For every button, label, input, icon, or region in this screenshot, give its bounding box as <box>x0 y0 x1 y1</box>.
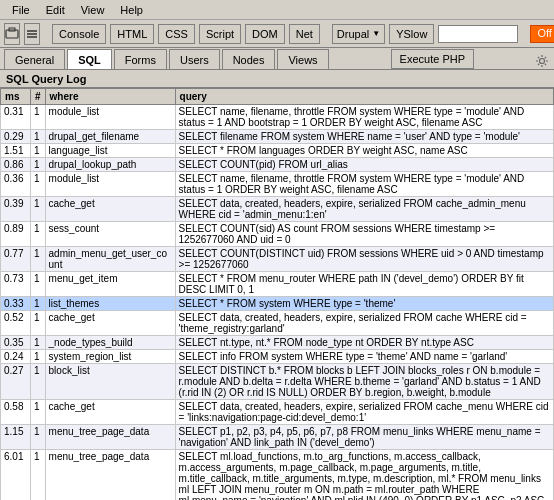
tab-net[interactable]: Net <box>289 24 320 44</box>
cell-ms: 0.73 <box>1 272 31 297</box>
cell-hash: 1 <box>31 105 46 130</box>
menu-help[interactable]: Help <box>112 2 151 18</box>
cell-ms: 0.35 <box>1 336 31 350</box>
cell-where: menu_tree_page_data <box>45 425 175 450</box>
col-ms: ms <box>1 89 31 105</box>
cell-query: SELECT * FROM system WHERE type = 'theme… <box>175 297 553 311</box>
cell-ms: 6.01 <box>1 450 31 501</box>
off-button[interactable]: Off <box>530 25 554 43</box>
cell-ms: 0.33 <box>1 297 31 311</box>
cell-where: module_list <box>45 172 175 197</box>
cell-hash: 1 <box>31 336 46 350</box>
cell-where: menu_tree_page_data <box>45 450 175 501</box>
tab-css[interactable]: CSS <box>158 24 195 44</box>
toolbar-btn-1[interactable] <box>4 23 20 45</box>
cell-query: SELECT info FROM system WHERE type = 'th… <box>175 350 553 364</box>
cell-ms: 1.15 <box>1 425 31 450</box>
cell-ms: 0.89 <box>1 222 31 247</box>
col-hash: # <box>31 89 46 105</box>
cell-hash: 1 <box>31 400 46 425</box>
section-header: SQL Query Log <box>0 70 554 88</box>
tab-script[interactable]: Script <box>199 24 241 44</box>
tab-nodes[interactable]: Nodes <box>222 49 276 69</box>
search-input[interactable] <box>438 25 518 43</box>
menu-edit[interactable]: Edit <box>38 2 73 18</box>
cell-query: SELECT data, created, headers, expire, s… <box>175 197 553 222</box>
query-table: ms # where query 0.311module_listSELECT … <box>0 88 554 500</box>
cell-where: menu_get_item <box>45 272 175 297</box>
table-row[interactable]: 0.731menu_get_itemSELECT * FROM menu_rou… <box>1 272 554 297</box>
cell-ms: 0.24 <box>1 350 31 364</box>
tab-users[interactable]: Users <box>169 49 220 69</box>
cell-ms: 0.86 <box>1 158 31 172</box>
drupal-dropdown[interactable]: Drupal ▼ <box>332 24 385 44</box>
cell-ms: 0.52 <box>1 311 31 336</box>
settings-icon[interactable] <box>534 53 550 69</box>
cell-where: list_themes <box>45 297 175 311</box>
table-scroll[interactable]: ms # where query 0.311module_listSELECT … <box>0 88 554 500</box>
cell-where: drupal_lookup_path <box>45 158 175 172</box>
cell-ms: 0.29 <box>1 130 31 144</box>
table-row[interactable]: 1.151menu_tree_page_dataSELECT p1, p2, p… <box>1 425 554 450</box>
cell-hash: 1 <box>31 172 46 197</box>
table-row[interactable]: 0.331list_themesSELECT * FROM system WHE… <box>1 297 554 311</box>
cell-ms: 1.51 <box>1 144 31 158</box>
col-where: where <box>45 89 175 105</box>
cell-ms: 0.36 <box>1 172 31 197</box>
cell-query: SELECT * FROM menu_router WHERE path IN … <box>175 272 553 297</box>
cell-where: block_list <box>45 364 175 400</box>
cell-query: SELECT name, filename, throttle FROM sys… <box>175 105 553 130</box>
menu-view[interactable]: View <box>73 2 113 18</box>
toolbar: Console HTML CSS Script DOM Net Drupal ▼… <box>0 20 554 48</box>
tab-views[interactable]: Views <box>277 49 328 69</box>
cell-hash: 1 <box>31 450 46 501</box>
cell-where: cache_get <box>45 311 175 336</box>
tab-general[interactable]: General <box>4 49 65 69</box>
content-area: SQL Query Log ms # where query 0.311modu… <box>0 70 554 500</box>
toolbar-btn-2[interactable] <box>24 23 40 45</box>
tab-html[interactable]: HTML <box>110 24 154 44</box>
table-row[interactable]: 0.861drupal_lookup_pathSELECT COUNT(pid)… <box>1 158 554 172</box>
table-row[interactable]: 0.271block_listSELECT DISTINCT b.* FROM … <box>1 364 554 400</box>
execute-php-button[interactable]: Execute PHP <box>391 49 474 69</box>
svg-point-5 <box>539 59 544 64</box>
drupal-label: Drupal <box>337 28 369 40</box>
tab-sql[interactable]: SQL <box>67 49 112 69</box>
cell-where: module_list <box>45 105 175 130</box>
cell-query: SELECT p1, p2, p3, p4, p5, p6, p7, p8 FR… <box>175 425 553 450</box>
cell-where: language_list <box>45 144 175 158</box>
cell-hash: 1 <box>31 272 46 297</box>
cell-where: system_region_list <box>45 350 175 364</box>
table-row[interactable]: 0.291drupal_get_filenameSELECT filename … <box>1 130 554 144</box>
tab-forms[interactable]: Forms <box>114 49 167 69</box>
cell-query: SELECT name, filename, throttle FROM sys… <box>175 172 553 197</box>
table-row[interactable]: 0.351_node_types_buildSELECT nt.type, nt… <box>1 336 554 350</box>
table-row[interactable]: 0.581cache_getSELECT data, created, head… <box>1 400 554 425</box>
tab-console[interactable]: Console <box>52 24 106 44</box>
table-row[interactable]: 0.311module_listSELECT name, filename, t… <box>1 105 554 130</box>
cell-hash: 1 <box>31 364 46 400</box>
cell-query: SELECT * FROM languages ORDER BY weight … <box>175 144 553 158</box>
cell-hash: 1 <box>31 247 46 272</box>
cell-hash: 1 <box>31 425 46 450</box>
cell-ms: 0.27 <box>1 364 31 400</box>
tab-yslow[interactable]: YSlow <box>389 24 434 44</box>
table-row[interactable]: 1.511language_listSELECT * FROM language… <box>1 144 554 158</box>
table-row[interactable]: 0.521cache_getSELECT data, created, head… <box>1 311 554 336</box>
table-row[interactable]: 0.771admin_menu_get_user_countSELECT COU… <box>1 247 554 272</box>
table-row[interactable]: 0.361module_listSELECT name, filename, t… <box>1 172 554 197</box>
table-row[interactable]: 0.391cache_getSELECT data, created, head… <box>1 197 554 222</box>
section-title: SQL Query Log <box>6 73 86 85</box>
cell-ms: 0.31 <box>1 105 31 130</box>
table-row[interactable]: 6.011menu_tree_page_dataSELECT ml.load_f… <box>1 450 554 501</box>
cell-hash: 1 <box>31 144 46 158</box>
cell-where: drupal_get_filename <box>45 130 175 144</box>
table-row[interactable]: 0.241system_region_listSELECT info FROM … <box>1 350 554 364</box>
cell-hash: 1 <box>31 130 46 144</box>
menu-file[interactable]: File <box>4 2 38 18</box>
cell-query: SELECT filename FROM system WHERE name =… <box>175 130 553 144</box>
cell-where: _node_types_build <box>45 336 175 350</box>
tab-dom[interactable]: DOM <box>245 24 285 44</box>
cell-where: cache_get <box>45 400 175 425</box>
table-row[interactable]: 0.891sess_countSELECT COUNT(sid) AS coun… <box>1 222 554 247</box>
